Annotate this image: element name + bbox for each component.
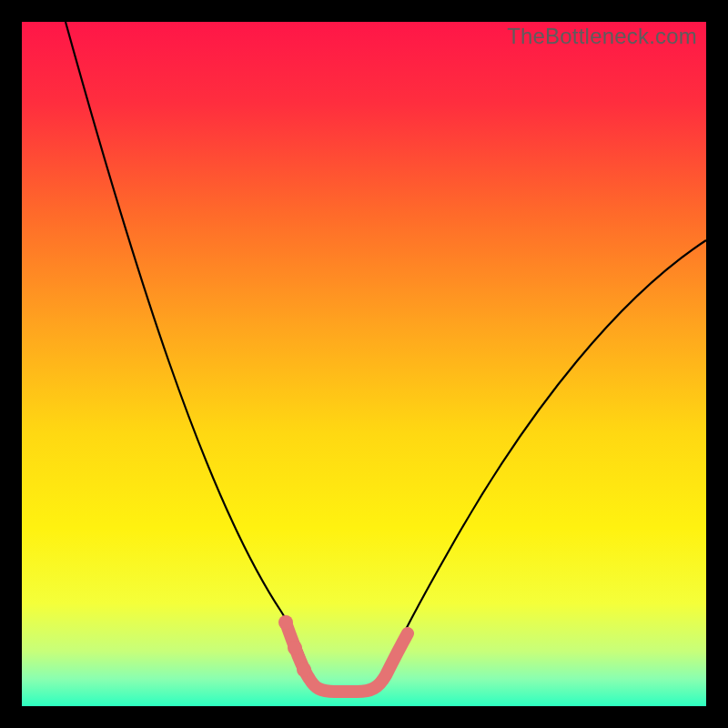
highlight-dot [297, 662, 311, 677]
highlight-dots [278, 615, 311, 677]
highlight-dot [278, 615, 293, 630]
optimal-range-highlight [286, 622, 408, 692]
watermark-text: TheBottleneck.com [507, 24, 697, 49]
chart-frame: TheBottleneck.com [22, 22, 706, 706]
chart-plot [22, 22, 706, 706]
bottleneck-curve [66, 22, 706, 690]
highlight-dot [288, 641, 302, 655]
